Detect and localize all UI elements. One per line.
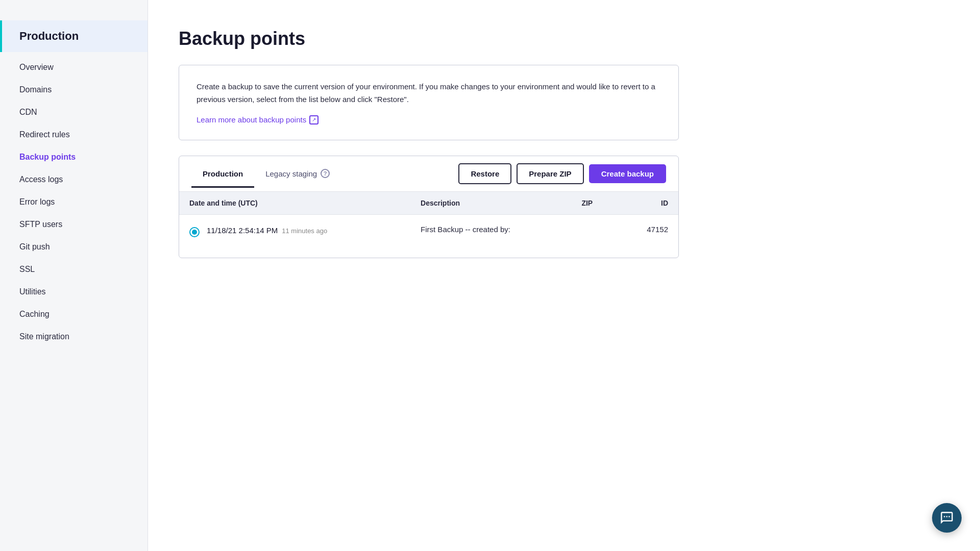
info-link-label: Learn more about backup points [197, 115, 306, 124]
table-row[interactable]: 11/18/21 2:54:14 PM11 minutes agoFirst B… [179, 215, 678, 248]
sidebar-item-access-logs[interactable]: Access logs [0, 168, 148, 191]
sidebar-item-redirect-rules[interactable]: Redirect rules [0, 123, 148, 146]
help-icon: ? [321, 169, 330, 178]
sidebar-item-utilities[interactable]: Utilities [0, 281, 148, 303]
sidebar-title: Production [0, 20, 148, 52]
learn-more-link[interactable]: Learn more about backup points ↗ [197, 115, 318, 124]
tabs-bar: ProductionLegacy staging? Restore Prepar… [179, 156, 678, 192]
col-header-zip: ZIP [571, 192, 617, 215]
table-header-row: Date and time (UTC)DescriptionZIPID [179, 192, 678, 215]
sidebar-item-sftp-users[interactable]: SFTP users [0, 213, 148, 236]
description-cell: First Backup -- created by: [410, 215, 571, 248]
tab-legacy-staging[interactable]: Legacy staging? [254, 160, 341, 188]
prepare-zip-button[interactable]: Prepare ZIP [517, 163, 583, 184]
backup-table: Date and time (UTC)DescriptionZIPID 11/1… [179, 192, 678, 247]
row-radio[interactable] [189, 227, 200, 237]
sidebar: Production OverviewDomainsCDNRedirect ru… [0, 0, 148, 551]
sidebar-item-backup-points[interactable]: Backup points [0, 146, 148, 168]
buttons-group: Restore Prepare ZIP Create backup [458, 156, 666, 191]
sidebar-item-domains[interactable]: Domains [0, 79, 148, 101]
info-text: Create a backup to save the current vers… [197, 81, 661, 106]
chat-icon [940, 511, 954, 525]
col-header-description: Description [410, 192, 571, 215]
backup-card: ProductionLegacy staging? Restore Prepar… [179, 156, 679, 258]
table-body: 11/18/21 2:54:14 PM11 minutes agoFirst B… [179, 215, 678, 248]
chat-fab-button[interactable] [932, 503, 962, 533]
sidebar-item-ssl[interactable]: SSL [0, 258, 148, 281]
sidebar-item-site-migration[interactable]: Site migration [0, 325, 148, 348]
sidebar-item-git-push[interactable]: Git push [0, 236, 148, 258]
sidebar-item-overview[interactable]: Overview [0, 56, 148, 79]
main-content: Backup points Create a backup to save th… [148, 0, 980, 551]
tab-production[interactable]: Production [191, 160, 254, 188]
zip-cell [571, 215, 617, 248]
col-header-id: ID [618, 192, 678, 215]
time-ago: 11 minutes ago [282, 227, 327, 235]
sidebar-item-caching[interactable]: Caching [0, 303, 148, 325]
sidebar-nav: OverviewDomainsCDNRedirect rulesBackup p… [0, 56, 148, 348]
col-header-date-and-time--utc-: Date and time (UTC) [179, 192, 410, 215]
info-box: Create a backup to save the current vers… [179, 65, 679, 140]
table-wrapper: Date and time (UTC)DescriptionZIPID 11/1… [179, 192, 678, 247]
id-cell: 47152 [618, 215, 678, 248]
restore-button[interactable]: Restore [458, 163, 511, 184]
sidebar-item-error-logs[interactable]: Error logs [0, 191, 148, 213]
sidebar-item-cdn[interactable]: CDN [0, 101, 148, 123]
page-title: Backup points [179, 28, 939, 49]
date-cell: 11/18/21 2:54:14 PM11 minutes ago [179, 215, 410, 248]
tabs: ProductionLegacy staging? [191, 160, 458, 188]
external-link-icon: ↗ [309, 115, 318, 124]
backup-description: First Backup -- created by: [421, 225, 561, 234]
backup-datetime: 11/18/21 2:54:14 PM [207, 226, 278, 235]
create-backup-button[interactable]: Create backup [589, 164, 666, 183]
